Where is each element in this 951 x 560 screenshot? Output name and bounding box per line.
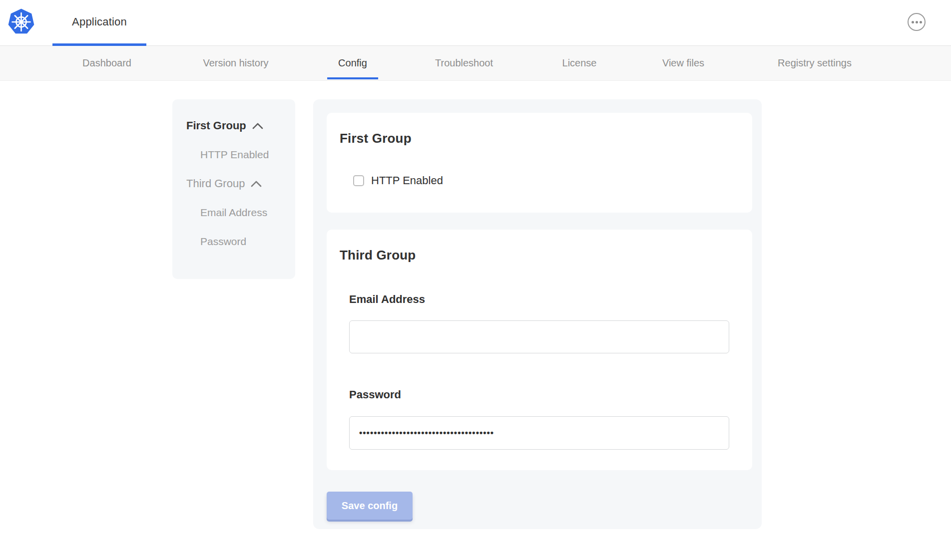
app-header: Application <box>0 0 951 46</box>
tab-application[interactable]: Application <box>52 0 146 46</box>
password-input[interactable] <box>349 416 729 450</box>
sidebar-item-password[interactable]: Password <box>200 235 295 248</box>
save-config-button[interactable]: Save config <box>327 492 413 520</box>
group-title-third: Third Group <box>340 248 752 263</box>
sidebar-item-email-address[interactable]: Email Address <box>200 206 295 219</box>
email-address-label: Email Address <box>349 293 752 306</box>
group-title-first: First Group <box>340 131 752 146</box>
chevron-up-icon <box>252 123 263 129</box>
sidebar-item-http-enabled[interactable]: HTTP Enabled <box>200 148 295 161</box>
overflow-menu-button[interactable] <box>908 13 926 31</box>
sidebar-item-third-group[interactable]: Third Group <box>186 177 295 190</box>
config-group-third: Third Group Email Address Password <box>327 230 752 470</box>
password-label: Password <box>349 388 752 401</box>
config-page: Application Dashboard Version history Co… <box>0 0 951 560</box>
chevron-up-icon <box>251 181 262 187</box>
email-address-input[interactable] <box>349 320 729 353</box>
tab-config[interactable]: Config <box>327 46 378 80</box>
ellipsis-icon <box>912 21 914 23</box>
tab-troubleshoot[interactable]: Troubleshoot <box>424 46 504 80</box>
tab-registry-settings[interactable]: Registry settings <box>767 46 863 80</box>
config-panel: First Group HTTP Enabled Third Group Ema… <box>313 99 762 529</box>
tab-view-files[interactable]: View files <box>651 46 715 80</box>
tab-license[interactable]: License <box>551 46 608 80</box>
http-enabled-label: HTTP Enabled <box>371 174 443 187</box>
config-group-first: First Group HTTP Enabled <box>327 113 752 213</box>
sidebar-item-first-group[interactable]: First Group <box>186 119 295 132</box>
app-tab-label: Application <box>72 15 127 28</box>
tab-version-history[interactable]: Version history <box>192 46 279 80</box>
tab-dashboard[interactable]: Dashboard <box>71 46 142 80</box>
http-enabled-row[interactable]: HTTP Enabled <box>353 174 443 187</box>
kubernetes-logo-icon <box>8 8 34 35</box>
config-nav-sidebar: First Group HTTP Enabled Third Group Ema… <box>172 99 295 279</box>
http-enabled-checkbox[interactable] <box>353 175 364 186</box>
app-nav: Dashboard Version history Config Trouble… <box>0 46 951 81</box>
